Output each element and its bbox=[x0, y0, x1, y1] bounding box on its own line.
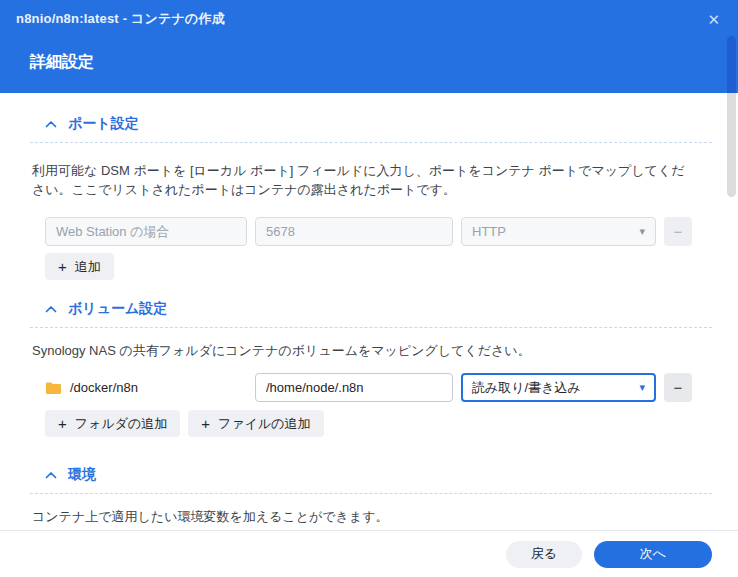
protocol-select[interactable]: HTTP ▾ bbox=[461, 217, 656, 246]
caret-down-icon: ▾ bbox=[639, 225, 645, 238]
titlebar: n8nio/n8n:latest - コンテナの作成 ✕ bbox=[0, 0, 738, 28]
add-folder-button[interactable]: + フォルダの追加 bbox=[45, 410, 180, 437]
add-file-button[interactable]: + ファイルの追加 bbox=[188, 410, 323, 437]
section-divider bbox=[30, 493, 712, 494]
host-path: /docker/n8n bbox=[70, 380, 138, 395]
plus-icon: + bbox=[58, 416, 67, 431]
mount-mode-value: 読み取り/書き込み bbox=[472, 379, 581, 397]
section-divider bbox=[30, 142, 712, 143]
environment-description: コンテナ上で適用したい環境変数を加えることができます。 bbox=[32, 507, 694, 526]
back-button[interactable]: 戻る bbox=[506, 541, 582, 568]
add-file-label: ファイルの追加 bbox=[218, 415, 311, 433]
dialog-title: n8nio/n8n:latest - コンテナの作成 bbox=[16, 10, 225, 28]
chevron-up-icon bbox=[45, 120, 57, 128]
add-folder-label: フォルダの追加 bbox=[75, 415, 168, 433]
remove-port-button[interactable]: − bbox=[664, 217, 692, 246]
volume-mapping-row: /docker/n8n 読み取り/書き込み ▾ − bbox=[45, 373, 712, 402]
dialog-content: ポート設定 利用可能な DSM ポートを [ローカル ポート] フィールドに入力… bbox=[0, 93, 738, 530]
close-icon[interactable]: ✕ bbox=[707, 12, 720, 27]
scrollbar-thumb[interactable] bbox=[727, 36, 736, 197]
mount-mode-select[interactable]: 読み取り/書き込み ▾ bbox=[461, 373, 656, 402]
host-path-cell: /docker/n8n bbox=[45, 380, 247, 395]
step-title: 詳細設定 bbox=[30, 52, 738, 73]
section-header-volume[interactable]: ボリューム設定 bbox=[45, 300, 712, 318]
plus-icon: + bbox=[201, 416, 210, 431]
volume-buttons-row: + フォルダの追加 + ファイルの追加 bbox=[45, 410, 712, 437]
port-mapping-row: HTTP ▾ − bbox=[45, 217, 712, 246]
container-path-input[interactable] bbox=[255, 373, 453, 402]
local-port-input[interactable] bbox=[45, 217, 247, 246]
add-port-label: 追加 bbox=[75, 258, 101, 276]
next-button[interactable]: 次へ bbox=[594, 541, 712, 568]
port-description: 利用可能な DSM ポートを [ローカル ポート] フィールドに入力し、ポートを… bbox=[32, 161, 694, 199]
section-header-environment[interactable]: 環境 bbox=[45, 466, 712, 484]
protocol-select-value: HTTP bbox=[472, 224, 506, 239]
caret-down-icon: ▾ bbox=[639, 381, 645, 394]
chevron-up-icon bbox=[45, 305, 57, 313]
container-create-dialog: n8nio/n8n:latest - コンテナの作成 ✕ 詳細設定 ポート設定 … bbox=[0, 0, 738, 577]
dialog-header: n8nio/n8n:latest - コンテナの作成 ✕ 詳細設定 bbox=[0, 0, 738, 93]
section-divider bbox=[30, 327, 712, 328]
add-port-button[interactable]: + 追加 bbox=[45, 253, 114, 280]
dialog-footer: 戻る 次へ bbox=[0, 530, 738, 577]
remove-volume-button[interactable]: − bbox=[664, 373, 692, 402]
minus-icon: − bbox=[674, 223, 683, 240]
minus-icon: − bbox=[674, 379, 683, 396]
section-title-port: ポート設定 bbox=[68, 115, 139, 133]
section-title-environment: 環境 bbox=[68, 466, 96, 484]
folder-icon bbox=[45, 381, 62, 395]
container-port-input[interactable] bbox=[255, 217, 453, 246]
chevron-up-icon bbox=[45, 471, 57, 479]
plus-icon: + bbox=[58, 259, 67, 274]
volume-description: Synology NAS の共有フォルダにコンテナのボリュームをマッピングしてく… bbox=[32, 341, 694, 360]
section-header-port[interactable]: ポート設定 bbox=[45, 115, 712, 133]
section-title-volume: ボリューム設定 bbox=[68, 300, 167, 318]
